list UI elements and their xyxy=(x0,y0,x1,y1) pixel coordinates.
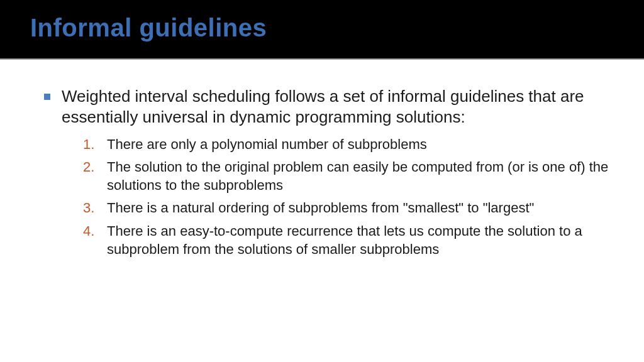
bullet-item: Weighted interval scheduling follows a s… xyxy=(44,86,613,128)
title-bar: Informal guidelines xyxy=(0,0,644,60)
number-marker: 1. xyxy=(83,136,102,154)
slide-title: Informal guidelines xyxy=(30,14,644,42)
list-item: 4. There is an easy-to-compute recurrenc… xyxy=(83,222,613,258)
slide-content: Weighted interval scheduling follows a s… xyxy=(0,60,644,258)
number-marker: 2. xyxy=(83,158,102,177)
number-marker: 3. xyxy=(83,199,102,217)
list-item: 1. There are only a polynomial number of… xyxy=(83,136,613,154)
number-marker: 4. xyxy=(83,222,102,241)
square-bullet-icon xyxy=(44,94,50,100)
list-item-text: There is a natural ordering of subproble… xyxy=(107,199,534,217)
list-item-text: The solution to the original problem can… xyxy=(107,158,613,194)
list-item-text: There is an easy-to-compute recurrence t… xyxy=(107,222,613,258)
bullet-text: Weighted interval scheduling follows a s… xyxy=(62,86,613,128)
list-item: 3. There is a natural ordering of subpro… xyxy=(83,199,613,217)
numbered-list: 1. There are only a polynomial number of… xyxy=(83,136,613,259)
list-item: 2. The solution to the original problem … xyxy=(83,158,613,194)
list-item-text: There are only a polynomial number of su… xyxy=(107,136,427,154)
